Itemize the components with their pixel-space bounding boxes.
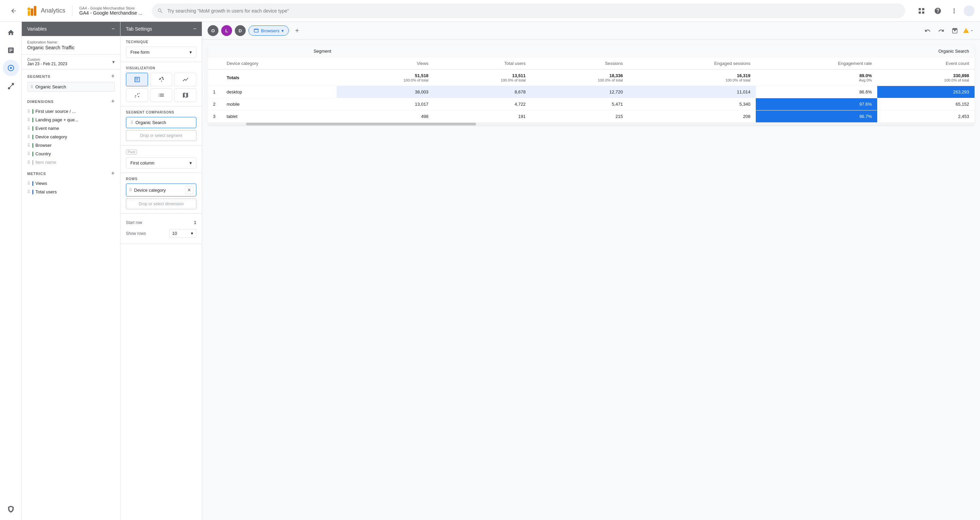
dim-label: Browser: [35, 143, 52, 148]
row-engaged-sessions: 5,340: [628, 98, 756, 111]
dim-first-user-source[interactable]: ⠿ First user source / ...: [22, 107, 120, 116]
row-device: mobile: [221, 98, 337, 111]
show-rows-dropdown[interactable]: 10 ▾: [169, 229, 196, 238]
viz-grid: [126, 73, 196, 102]
nav-reports[interactable]: [3, 42, 19, 59]
drop-segment-zone[interactable]: Drop or select segment: [126, 130, 196, 141]
rows-dots: ⠿: [129, 188, 132, 192]
pivot-badge: Pivot: [126, 149, 137, 155]
viz-scatter-btn[interactable]: [126, 88, 148, 102]
technique-value: Free form: [130, 50, 150, 55]
user-avatar[interactable]: [964, 5, 975, 16]
dim-label: Event name: [35, 126, 59, 131]
redo-btn[interactable]: [935, 24, 947, 37]
col-engagement-rate[interactable]: Engagement rate: [756, 57, 877, 70]
viz-line-btn[interactable]: [174, 73, 196, 86]
grid-button[interactable]: [915, 4, 928, 17]
dim-item-name[interactable]: ⠿ Item name: [22, 158, 120, 166]
svg-point-9: [138, 93, 140, 94]
svg-point-7: [138, 96, 139, 97]
segment-chip-organic-search[interactable]: ⠿ Organic Search: [27, 82, 115, 92]
scrollbar-thumb[interactable]: [246, 123, 476, 125]
add-tab-btn[interactable]: +: [292, 25, 302, 36]
metric-bar: [32, 181, 33, 186]
metric-views[interactable]: ⠿ Views: [22, 179, 120, 188]
col-total-users[interactable]: Total users: [434, 57, 531, 70]
tab-settings-minimize-btn[interactable]: −: [193, 26, 196, 32]
viz-donut-btn[interactable]: [150, 73, 172, 86]
search-input[interactable]: [167, 8, 900, 14]
col-views[interactable]: Views: [337, 57, 434, 70]
dim-device-category[interactable]: ⠿ Device category: [22, 133, 120, 141]
rows-item-remove-btn[interactable]: ✕: [185, 186, 193, 194]
horizontal-scrollbar[interactable]: [208, 123, 975, 125]
row-num: 3: [208, 111, 221, 123]
col-num: [208, 57, 221, 70]
dim-color-bar: [32, 109, 33, 114]
dim-country[interactable]: ⠿ Country: [22, 149, 120, 158]
share-btn[interactable]: [949, 24, 961, 37]
segment-cell-value: Organic Search: [337, 45, 975, 57]
segments-add-btn[interactable]: +: [111, 73, 115, 80]
dim-landing-page[interactable]: ⠿ Landing page + que...: [22, 116, 120, 124]
dim-label: Device category: [35, 134, 67, 140]
segment-comparisons-section: SEGMENT COMPARISONS ⠿ Organic Search Dro…: [121, 106, 202, 146]
tab-avatar-d[interactable]: D: [235, 25, 246, 36]
dimensions-header: DIMENSIONS +: [22, 95, 120, 107]
svg-point-8: [134, 97, 135, 98]
viz-bar-btn[interactable]: [150, 88, 172, 102]
col-event-count[interactable]: Event count: [877, 57, 975, 70]
more-button[interactable]: [947, 4, 961, 17]
drop-dimension-zone[interactable]: Drop or select dimension: [126, 198, 196, 209]
drop-segment-label: Drop or select segment: [140, 133, 182, 138]
variables-panel-header: Variables −: [22, 22, 120, 36]
show-rows-label: Show rows: [126, 231, 146, 236]
nav-explore[interactable]: [3, 60, 19, 76]
variables-panel: Variables − Exploration Name: Organic Se…: [22, 22, 121, 520]
nav-home[interactable]: [3, 24, 19, 41]
viz-table-btn[interactable]: [126, 73, 148, 86]
rows-device-category-item[interactable]: ⠿ Device category ✕: [126, 184, 196, 197]
metrics-title: METRICS: [27, 172, 46, 176]
metrics-add-btn[interactable]: +: [111, 170, 115, 177]
col-dimension[interactable]: Device category: [221, 57, 337, 70]
dim-browser[interactable]: ⠿ Browser: [22, 141, 120, 149]
col-engaged-sessions[interactable]: Engaged sessions: [628, 57, 756, 70]
dimensions-title: DIMENSIONS: [27, 100, 54, 104]
segment-comparison-item-organic[interactable]: ⠿ Organic Search: [126, 117, 196, 128]
active-tab-browsers[interactable]: Browsers ▾: [248, 25, 289, 36]
row-engagement-rate: 96.7%: [756, 111, 877, 123]
viz-map-btn[interactable]: [174, 88, 196, 102]
nav-admin[interactable]: [3, 501, 19, 517]
tab-avatar-o[interactable]: O: [208, 25, 218, 36]
date-arrow[interactable]: ▾: [112, 59, 115, 65]
nav-advertising[interactable]: [3, 78, 19, 94]
date-label: Custom: [27, 57, 67, 62]
segment-cell-label: Segment: [208, 45, 337, 57]
show-rows-value: 10: [172, 231, 177, 236]
dimensions-add-btn[interactable]: +: [111, 98, 115, 105]
row-event-count: 65,152: [877, 98, 975, 111]
pivot-section: Pivot First column ▾: [121, 146, 202, 173]
active-tab-arrow[interactable]: ▾: [282, 28, 284, 33]
technique-dropdown[interactable]: Free form ▾: [126, 46, 196, 58]
row-total-users: 4,722: [434, 98, 531, 111]
dim-event-name[interactable]: ⠿ Event name: [22, 124, 120, 133]
help-button[interactable]: [931, 4, 945, 17]
pivot-dropdown[interactable]: First column ▾: [126, 157, 196, 168]
tab-settings-header: Tab Settings −: [121, 22, 202, 36]
metric-total-users[interactable]: ⠿ Total users: [22, 188, 120, 196]
tab-avatar-l[interactable]: L: [221, 25, 232, 36]
date-range-section[interactable]: Custom Jan 23 - Feb 21, 2023 ▾: [22, 55, 120, 69]
variables-minimize-btn[interactable]: −: [111, 26, 115, 32]
metric-bar: [32, 190, 33, 194]
topbar: Analytics GA4 - Google Merchandise Store…: [0, 0, 980, 22]
dim-color-bar: [32, 117, 33, 122]
warning-btn[interactable]: [962, 24, 975, 37]
search-box[interactable]: [152, 3, 905, 18]
start-row-label: Start row: [126, 220, 142, 225]
back-button[interactable]: [5, 3, 22, 19]
col-sessions[interactable]: Sessions: [531, 57, 628, 70]
undo-btn[interactable]: [921, 24, 934, 37]
row-views: 13,017: [337, 98, 434, 111]
